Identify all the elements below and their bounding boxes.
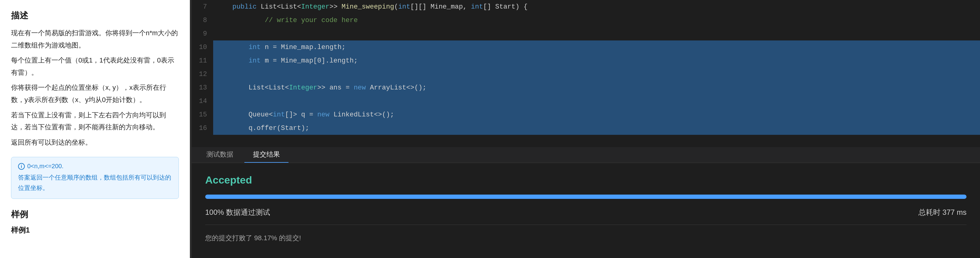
line-content: int m = Mine_map[0].length; xyxy=(213,54,980,67)
desc-para-2: 每个位置上有一个值（0或1，1代表此处没有雷，0表示有雷）。 xyxy=(11,54,179,78)
progress-bar-fill xyxy=(205,194,967,199)
line-number: 15 xyxy=(192,108,213,121)
line-number: 9 xyxy=(192,27,213,40)
tabs-bar: 测试数据 提交结果 xyxy=(192,147,980,163)
line-number: 16 xyxy=(192,121,213,135)
example-sub: 样例1 xyxy=(11,225,179,235)
submit-note: 您的提交打败了 98.17% 的提交! xyxy=(205,234,967,243)
code-line: 7 public List<List<Integer>> Mine_sweepi… xyxy=(192,0,980,13)
line-number: 8 xyxy=(192,13,213,27)
hint-header: i 0<n,m<=200. xyxy=(18,163,172,170)
line-content xyxy=(213,94,980,108)
line-number: 13 xyxy=(192,81,213,94)
desc-para-4: 若当下位置上没有雷，则上下左右四个方向均可以到达，若当下位置有雷，则不能再往新的… xyxy=(11,109,179,133)
code-line: 15 Queue<int[]> q = new LinkedList<>(); xyxy=(192,108,980,121)
code-line: 12 xyxy=(192,67,980,81)
line-number: 10 xyxy=(192,40,213,54)
line-number: 14 xyxy=(192,94,213,108)
desc-para-5: 返回所有可以到达的坐标。 xyxy=(11,136,179,149)
code-line: 16 q.offer(Start); xyxy=(192,121,980,135)
desc-para-3: 你将获得一个起点的位置坐标（x, y），x表示所在行数，y表示所在列数（x、y均… xyxy=(11,81,179,106)
example-title: 样例 xyxy=(11,209,179,220)
line-content: // write your code here xyxy=(213,13,980,27)
code-lines: 7 public List<List<Integer>> Mine_sweepi… xyxy=(192,0,980,135)
right-panel: 7 public List<List<Integer>> Mine_sweepi… xyxy=(192,0,980,258)
line-content: List<List<Integer>> ans = new ArrayList<… xyxy=(213,81,980,94)
code-line: 10 int n = Mine_map.length; xyxy=(192,40,980,54)
line-content: public List<List<Integer>> Mine_sweeping… xyxy=(213,0,980,13)
results-panel: Accepted 100% 数据通过测试 总耗时 377 ms 您的提交打败了 … xyxy=(192,163,980,258)
stats-row: 100% 数据通过测试 总耗时 377 ms xyxy=(205,207,967,225)
hint-box: i 0<n,m<=200. 答案返回一个任意顺序的数组，数组包括所有可以到达的位… xyxy=(11,157,179,199)
desc-para-1: 现在有一个简易版的扫雷游戏。你将得到一个n*m大小的二维数组作为游戏地图。 xyxy=(11,27,179,51)
line-content: q.offer(Start); xyxy=(213,121,980,135)
hint-body: 答案返回一个任意顺序的数组，数组包括所有可以到达的位置坐标。 xyxy=(18,172,172,193)
tab-results[interactable]: 提交结果 xyxy=(244,147,288,163)
time-label: 总耗时 377 ms xyxy=(918,207,967,217)
code-line: 11 int m = Mine_map[0].length; xyxy=(192,54,980,67)
info-icon: i xyxy=(18,163,25,170)
line-content: int n = Mine_map.length; xyxy=(213,40,980,54)
line-content xyxy=(213,27,980,40)
code-editor: 7 public List<List<Integer>> Mine_sweepi… xyxy=(192,0,980,147)
accepted-status: Accepted xyxy=(205,174,967,186)
pass-rate-label: 100% 数据通过测试 xyxy=(205,207,270,217)
code-line: 14 xyxy=(192,94,980,108)
hint-header-text: 0<n,m<=200. xyxy=(27,163,64,170)
section-title: 描述 xyxy=(11,10,179,21)
code-line: 9 xyxy=(192,27,980,40)
code-line: 8 // write your code here xyxy=(192,13,980,27)
tab-test-data[interactable]: 测试数据 xyxy=(198,147,242,163)
line-number: 7 xyxy=(192,0,213,13)
line-content: Queue<int[]> q = new LinkedList<>(); xyxy=(213,108,980,121)
left-panel: 描述 现在有一个简易版的扫雷游戏。你将得到一个n*m大小的二维数组作为游戏地图。… xyxy=(0,0,190,258)
progress-bar-container xyxy=(205,194,967,199)
code-line: 13 List<List<Integer>> ans = new ArrayLi… xyxy=(192,81,980,94)
line-number: 12 xyxy=(192,67,213,81)
line-content xyxy=(213,67,980,81)
line-number: 11 xyxy=(192,54,213,67)
